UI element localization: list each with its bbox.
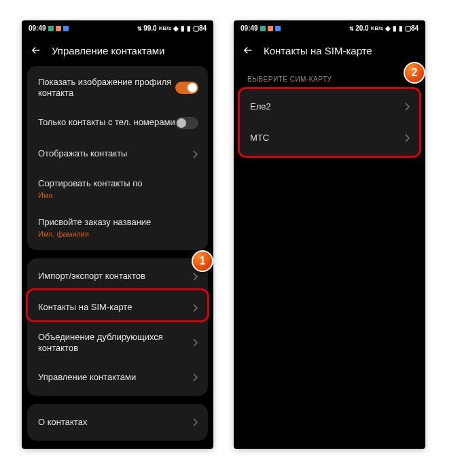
net-speed: ⇅ 99.0 xyxy=(137,24,157,32)
settings-panel-2: Импорт/экспорт контактов Контакты на SIM… xyxy=(27,258,208,396)
row-label: Импорт/экспорт контактов xyxy=(38,271,192,282)
phone-left: 09:49 ⇅ 99.0 KB/s ◈ ▮ ▮ ▢84 Управление к… xyxy=(22,20,213,449)
row-manage-contacts[interactable]: Управление контактами xyxy=(27,362,208,393)
chevron-right-icon xyxy=(404,133,410,143)
screen-header: Управление контактами xyxy=(22,35,213,66)
row-label: Объединение дублирующихся контактов xyxy=(38,332,192,354)
status-bar: 09:49 ⇅ 20.0 KB/s ◈ ▮ ▮ ▢84 xyxy=(234,20,425,35)
toggle-on[interactable] xyxy=(175,82,198,94)
status-time: 09:49 xyxy=(241,24,258,32)
sim-panel: Еле2 МТС xyxy=(239,88,420,156)
row-label: Сортировать контакты по Имя xyxy=(38,178,198,201)
row-sim-contacts[interactable]: Контакты на SIM-карте xyxy=(27,292,208,324)
row-label: Показать изображение профиля контакта xyxy=(38,77,175,99)
chevron-right-icon xyxy=(192,303,198,313)
signal-icon: ▮ xyxy=(399,24,403,32)
toggle-off[interactable] xyxy=(175,117,198,129)
status-icon xyxy=(48,26,54,31)
net-unit: KB/s xyxy=(371,25,383,31)
status-icon xyxy=(275,26,281,31)
row-label: Контакты на SIM-карте xyxy=(38,302,192,313)
settings-panel-3: О контактах xyxy=(27,404,208,441)
chevron-right-icon xyxy=(192,272,198,282)
status-icon xyxy=(268,26,273,31)
row-about[interactable]: О контактах xyxy=(27,407,208,438)
page-title: Управление контактами xyxy=(52,45,164,56)
signal-icon: ▮ xyxy=(181,24,185,32)
chevron-right-icon xyxy=(192,373,198,382)
row-merge-duplicates[interactable]: Объединение дублирующихся контактов xyxy=(27,324,208,362)
status-time: 09:49 xyxy=(29,24,46,32)
battery-icon: ▢84 xyxy=(405,24,419,32)
page-title: Контакты на SIM-карте xyxy=(264,45,372,56)
status-left: 09:49 xyxy=(29,24,69,32)
status-icon xyxy=(260,26,266,31)
net-speed: ⇅ 20.0 xyxy=(349,24,369,32)
chevron-right-icon xyxy=(192,418,198,427)
status-left: 09:49 xyxy=(241,24,281,32)
row-label: Управление контактами xyxy=(38,372,192,383)
signal-icon: ▮ xyxy=(187,24,191,32)
chevron-right-icon xyxy=(192,338,198,347)
row-label: МТС xyxy=(250,133,404,143)
row-show-profile-image[interactable]: Показать изображение профиля контакта xyxy=(27,69,208,107)
row-sim-2[interactable]: МТС xyxy=(239,122,420,154)
status-right: ⇅ 20.0 KB/s ◈ ▮ ▮ ▢84 xyxy=(349,24,419,32)
row-label: О контактах xyxy=(38,417,192,428)
row-label: Еле2 xyxy=(250,101,404,112)
status-bar: 09:49 ⇅ 99.0 KB/s ◈ ▮ ▮ ▢84 xyxy=(22,20,213,35)
row-import-export[interactable]: Импорт/экспорт контактов xyxy=(27,261,208,292)
wifi-icon: ◈ xyxy=(173,24,179,32)
back-icon[interactable] xyxy=(30,44,42,56)
row-label: Присвойте заказу название Имя, фамилия xyxy=(38,217,198,239)
row-only-with-numbers[interactable]: Только контакты с тел. номерами xyxy=(27,107,208,139)
step-badge-2: 2 xyxy=(404,62,425,84)
row-sub-value: Имя, фамилия xyxy=(38,230,198,239)
status-right: ⇅ 99.0 KB/s ◈ ▮ ▮ ▢84 xyxy=(137,24,207,32)
battery-icon: ▢84 xyxy=(193,24,207,32)
wifi-icon: ◈ xyxy=(385,24,391,32)
phone-right: 09:49 ⇅ 20.0 KB/s ◈ ▮ ▮ ▢84 Контакты на … xyxy=(234,20,425,449)
signal-icon: ▮ xyxy=(393,24,397,32)
row-label: Отображать контакты xyxy=(38,148,192,159)
row-sim-1[interactable]: Еле2 xyxy=(239,91,420,122)
chevron-right-icon xyxy=(404,102,410,112)
row-sub-value: Имя xyxy=(38,191,198,201)
status-icon xyxy=(56,26,61,31)
row-sort-by[interactable]: Сортировать контакты по Имя xyxy=(27,170,208,209)
net-unit: KB/s xyxy=(159,25,171,31)
row-label: Только контакты с тел. номерами xyxy=(38,117,175,128)
row-custom-order[interactable]: Присвойте заказу название Имя, фамилия xyxy=(27,209,208,248)
chevron-right-icon xyxy=(192,150,198,159)
settings-panel-1: Показать изображение профиля контакта То… xyxy=(27,66,208,250)
section-label: ВЫБЕРИТЕ СИМ-КАРТУ xyxy=(234,66,425,88)
back-icon[interactable] xyxy=(242,44,254,56)
row-display-contacts[interactable]: Отображать контакты xyxy=(27,139,208,170)
status-icon xyxy=(63,26,69,31)
screen-header: Контакты на SIM-карте xyxy=(234,35,425,66)
step-badge-1: 1 xyxy=(192,250,213,272)
